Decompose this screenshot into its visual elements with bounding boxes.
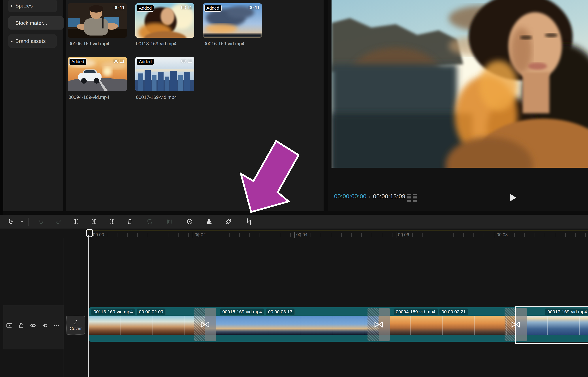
- video-editor-app: ▸ Spaces Stock mater... ▸ Brand assets: [0, 0, 588, 377]
- ruler-label: 00:02: [193, 232, 206, 238]
- trash-icon: [126, 218, 133, 225]
- media-thumb-00094[interactable]: Added 00:11: [68, 57, 127, 91]
- playhead-line[interactable]: [88, 235, 89, 377]
- clip-name-chip: 00016-169-vid.mp4: [220, 308, 264, 316]
- media-duration-badge: 00:11: [249, 5, 260, 10]
- library-sidebar: ▸ Spaces Stock mater... ▸ Brand assets: [3, 0, 63, 211]
- clip-duration-chip: 00:00:02:09: [137, 308, 165, 316]
- media-duration-badge: 00:11: [113, 5, 125, 10]
- media-duration-badge: 00:11: [113, 59, 125, 64]
- media-thumb-00113[interactable]: Added 00:11: [135, 3, 194, 38]
- ruler-label: 00:06: [396, 232, 409, 238]
- freeze-frame-icon: [166, 218, 173, 225]
- undo-button[interactable]: [35, 216, 46, 227]
- clip-filmstrip: [205, 316, 379, 335]
- added-badge: Added: [137, 58, 154, 65]
- clip-name-chip: 00017-169-vid.mp4: [545, 308, 588, 316]
- cursor-icon: [7, 218, 14, 225]
- clip-duration-chip: 00:00:02:21: [439, 308, 468, 316]
- crop-button[interactable]: [243, 216, 254, 227]
- transition-clip-3[interactable]: [504, 308, 527, 341]
- sidebar-item-label: Brand assets: [15, 38, 46, 44]
- timeline-clip-00113[interactable]: 00113-169-vid.mp4 00:00:02:09: [89, 307, 205, 342]
- sidebar-item-spaces[interactable]: ▸ Spaces: [8, 0, 57, 12]
- ruler-ticks: [86, 233, 588, 237]
- media-duration-badge: 00:11: [181, 59, 192, 64]
- media-duration-badge: 00:11: [181, 5, 192, 10]
- media-thumb-00016[interactable]: Added 00:11: [203, 3, 262, 38]
- media-thumb-00017[interactable]: Added 00:11: [135, 57, 194, 91]
- clip-name-chip: 00094-169-vid.mp4: [394, 308, 438, 316]
- edit-toolbar: [0, 215, 588, 229]
- timeline-clip-00094[interactable]: 00094-169-vid.mp4 00:00:02:21: [379, 307, 516, 342]
- play-button[interactable]: [509, 193, 517, 202]
- mirror-icon: [205, 218, 213, 225]
- redo-button[interactable]: [53, 216, 64, 227]
- select-tool-dropdown[interactable]: [16, 216, 27, 227]
- mask-button[interactable]: [144, 216, 155, 227]
- rotate-icon: [225, 218, 232, 225]
- annotation-arrow: [238, 138, 302, 215]
- current-timecode: 00:00:00:00: [334, 193, 367, 200]
- media-filename: 00094-169-vid.mp4: [68, 94, 130, 100]
- frame-list-icon[interactable]: [407, 194, 411, 202]
- clip-duration-chip: 00:00:03:13: [266, 308, 295, 316]
- rotate-button[interactable]: [223, 216, 234, 227]
- timeline-panel: 00:00 00:02 00:04 00:06 00:08 Cover: [0, 229, 588, 377]
- mirror-button[interactable]: [204, 216, 214, 227]
- transition-bowtie-icon: [200, 321, 210, 328]
- expand-triangle-icon: ▸: [8, 3, 15, 8]
- media-filename: 00106-169-vid.mp4: [68, 41, 130, 47]
- transition-bowtie-icon: [511, 321, 521, 328]
- media-filename: 00113-169-vid.mp4: [136, 41, 197, 47]
- chevron-down-icon: [18, 218, 25, 225]
- speed-icon: [186, 218, 193, 225]
- select-tool-button[interactable]: [5, 216, 16, 227]
- timeline-clip-00016[interactable]: 00016-169-vid.mp4 00:00:03:13: [205, 307, 379, 342]
- redo-icon: [55, 218, 62, 225]
- delete-button[interactable]: [124, 216, 135, 227]
- split-icon: [72, 218, 80, 225]
- undo-icon: [37, 218, 44, 225]
- mask-shield-icon: [146, 218, 154, 225]
- transition-bowtie-icon: [374, 321, 384, 328]
- split-button[interactable]: [71, 216, 82, 227]
- clip-filmstrip: [89, 316, 205, 335]
- clip-filmstrip: [379, 316, 516, 335]
- media-thumb-00106[interactable]: 00:11: [68, 3, 127, 38]
- preview-frame-woman: [332, 0, 588, 168]
- transition-clip-2[interactable]: [368, 308, 390, 341]
- sidebar-item-label: Spaces: [15, 3, 33, 9]
- total-duration: 00:00:13:09: [373, 193, 406, 200]
- crop-icon: [245, 218, 252, 225]
- timecode-display: 00:00:00:00 / 00:00:13:09: [334, 193, 406, 200]
- sidebar-item-stock-materials[interactable]: Stock mater...: [8, 16, 63, 30]
- freeze-frame-button[interactable]: [164, 216, 175, 227]
- frame-list-icon[interactable]: [413, 194, 417, 202]
- playhead-handle[interactable]: [86, 229, 93, 237]
- split-delete-right-icon: [108, 218, 115, 225]
- added-badge: Added: [137, 5, 154, 12]
- media-filename: 00017-169-vid.mp4: [136, 94, 197, 100]
- preview-panel: 00:00:00:00 / 00:00:13:09: [328, 0, 588, 211]
- ruler-label: 00:08: [495, 232, 508, 238]
- transition-clip-1[interactable]: [194, 308, 216, 341]
- media-filename: 00016-169-vid.mp4: [204, 41, 265, 47]
- sidebar-item-brand-assets[interactable]: ▸ Brand assets: [8, 35, 57, 47]
- added-badge: Added: [204, 5, 222, 12]
- added-badge: Added: [69, 58, 86, 65]
- speed-button[interactable]: [184, 216, 195, 227]
- timecode-separator: /: [369, 194, 371, 200]
- split-delete-left-icon: [90, 218, 97, 225]
- clip-name-chip: 00113-169-vid.mp4: [91, 308, 135, 316]
- preview-video-viewport: [332, 0, 588, 168]
- delete-right-button[interactable]: [106, 216, 117, 227]
- toolbar-divider: [28, 218, 29, 226]
- sidebar-item-label: Stock mater...: [15, 20, 47, 26]
- ruler-label: 00:04: [294, 232, 308, 238]
- expand-triangle-icon: ▸: [8, 39, 15, 43]
- delete-left-button[interactable]: [88, 216, 99, 227]
